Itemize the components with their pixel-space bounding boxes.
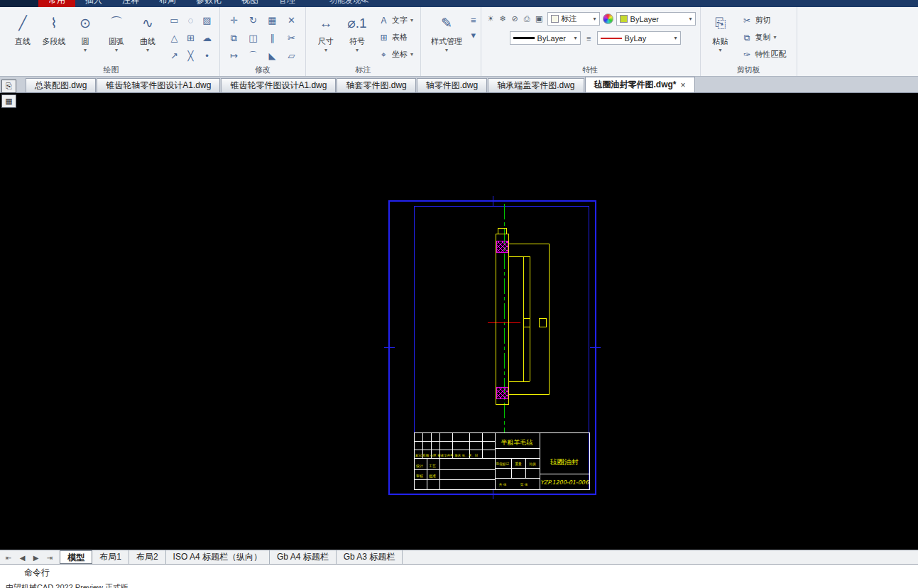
symbol-tool-button[interactable]: ⌀.1 符号 ▾ — [341, 9, 373, 63]
ribbon-tab[interactable]: 布局 — [149, 0, 186, 7]
spline-tool-button[interactable]: ∿ 曲线 ▾ — [132, 9, 163, 63]
document-tab[interactable]: 轴承端盖零件图.dwg — [488, 78, 584, 92]
part-geometry[interactable] — [496, 228, 549, 404]
document-tab[interactable]: 轴零件图.dwg — [417, 78, 487, 92]
chevron-down-icon: ▾ — [410, 17, 413, 24]
dimension-tool-button[interactable]: ↔ 尺寸 ▾ — [310, 9, 341, 63]
copy-tool-icon[interactable]: ⧉ — [224, 29, 244, 47]
check-label: 审核 — [416, 474, 423, 478]
layout-nav-arrow-icon[interactable]: ◀ — [17, 554, 28, 562]
offset-tool-icon[interactable]: ∥ — [263, 29, 282, 47]
app-menu-button[interactable] — [0, 0, 38, 7]
document-tab[interactable]: 毡圈油封零件图.dwg* × — [585, 77, 695, 92]
model-space-canvas[interactable]: ⎘ ▦ — [0, 93, 918, 550]
table-tool-button[interactable]: ⊞ 表格 — [376, 29, 416, 45]
layer-select[interactable]: 标注 ▾ — [547, 12, 600, 26]
sheets-label: 共 张 — [499, 483, 507, 486]
tool-label: 样式管理 — [431, 36, 462, 47]
region-tool-icon[interactable]: ⊞ — [182, 29, 199, 47]
status-message: 中望机械CAD 2022 Preview 正式版 — [6, 582, 129, 588]
tool-label: 表格 — [392, 32, 408, 43]
weight-label: 重量 — [515, 462, 523, 466]
chevron-down-icon: ▾ — [719, 47, 722, 54]
layout-nav-arrow-icon[interactable]: ⇤ — [3, 554, 14, 562]
layout-tab[interactable]: Gb A3 标题栏 — [337, 550, 403, 564]
document-tab[interactable]: 总装配图.dwg — [26, 78, 96, 92]
move-tool-icon[interactable]: ✛ — [224, 11, 244, 29]
view-grid-icon[interactable]: ▦ — [1, 94, 16, 108]
revision-cloud-tool-icon[interactable]: ☁ — [199, 29, 215, 47]
polyline-tool-button[interactable]: ⌇ 多段线 — [38, 9, 70, 63]
ray-tool-icon[interactable]: ↗ — [166, 47, 182, 65]
layout-tab[interactable]: 模型 — [60, 550, 92, 564]
cut-tool-button[interactable]: ✂ 剪切 — [739, 12, 792, 28]
layout-nav-arrow-icon[interactable]: ▶ — [31, 554, 42, 562]
layer-on-icon[interactable]: ☀ — [486, 14, 496, 23]
point-tool-icon[interactable]: • — [199, 47, 215, 65]
layer-lock-icon[interactable]: ⊘ — [510, 14, 520, 23]
ellipse-tool-icon[interactable]: ◌ — [182, 11, 199, 29]
hatch-tool-icon[interactable]: ▨ — [199, 11, 215, 29]
layout-nav-arrow-icon[interactable]: ⇥ — [44, 554, 55, 562]
chevron-down-icon[interactable]: ▾ — [471, 30, 476, 40]
ribbon-tab[interactable]: 插入 — [75, 0, 112, 7]
ribbon-tab[interactable]: 视图 — [231, 0, 268, 7]
command-line-label: 命令行 — [24, 567, 50, 579]
document-tab[interactable]: 轴套零件图.dwg — [337, 78, 415, 92]
layer-color-icon[interactable]: ▣ — [534, 14, 545, 23]
linetype-list-icon[interactable]: ≡ — [584, 34, 594, 43]
layer-plot-icon[interactable]: ⎙ — [522, 14, 532, 23]
arc-tool-button[interactable]: ⌒ 圆弧 ▾ — [101, 9, 132, 63]
line-tool-button[interactable]: ╱ 直线 — [7, 9, 38, 63]
scale-label: 比例 — [530, 462, 537, 467]
style-manager-icon: ✎ — [441, 12, 452, 35]
paste-button[interactable]: ⎘ 粘贴 ▾ — [705, 9, 736, 63]
ribbon-tab[interactable]: 注释 — [112, 0, 149, 7]
drawing-canvas[interactable]: 半粗羊毛毡 毡圈油封 YZP.1200-01-006 标记 处数 分区 更改文件… — [0, 93, 918, 550]
rotate-tool-icon[interactable]: ↻ — [244, 11, 263, 29]
material-text: 半粗羊毛毡 — [501, 439, 533, 446]
close-icon[interactable]: × — [681, 80, 686, 90]
scale-tool-icon[interactable]: ▱ — [282, 47, 301, 65]
color-select[interactable]: ByLayer ▾ — [616, 12, 696, 26]
ribbon-tab[interactable]: 常用 — [38, 0, 75, 7]
layout-tab[interactable]: 布局1 — [92, 550, 129, 564]
polygon-tool-icon[interactable]: △ — [166, 29, 182, 47]
fillet-tool-icon[interactable]: ⌒ — [244, 47, 263, 65]
sheet-set-icon[interactable]: ⎘ — [1, 80, 16, 93]
document-tab[interactable]: 锥齿轮零件图设计A1.dwg — [221, 78, 336, 92]
hatch-section-top — [496, 241, 508, 252]
style-manager-button[interactable]: ✎ 样式管理 ▾ — [425, 9, 468, 63]
array-tool-icon[interactable]: ▦ — [263, 11, 282, 29]
tool-label: 复制 — [755, 32, 771, 43]
layout-tab[interactable]: ISO A4 标题栏（纵向） — [166, 550, 270, 564]
color-wheel-icon[interactable] — [603, 13, 613, 24]
copy-tool-button[interactable]: ⧉ 复制 ▾ — [739, 29, 792, 45]
trim-tool-icon[interactable]: ✂ — [282, 29, 301, 47]
layer-freeze-icon[interactable]: ❄ — [498, 14, 508, 23]
style-list-icon[interactable]: ≡ — [471, 15, 476, 26]
document-tab[interactable]: 锥齿轮轴零件图设计A1.dwg — [97, 78, 220, 92]
ribbon-tab[interactable]: 管理 — [268, 0, 305, 7]
document-tab-label: 毡圈油封零件图.dwg* — [594, 79, 677, 91]
front-view-ring — [496, 234, 508, 404]
circle-tool-button[interactable]: ⊙ 圆 ▾ — [70, 9, 101, 63]
extend-tool-icon[interactable]: ↦ — [224, 47, 244, 65]
feature-discovery-link[interactable]: 功能发现≪ — [329, 0, 369, 7]
erase-tool-icon[interactable]: ✕ — [282, 11, 301, 29]
ribbon-tab[interactable]: 参数化 — [186, 0, 231, 7]
layout-tab[interactable]: Gb A4 标题栏 — [270, 550, 337, 564]
construction-line-tool-icon[interactable]: ╳ — [182, 47, 199, 65]
mirror-tool-icon[interactable]: ◫ — [244, 29, 263, 47]
linetype-select[interactable]: ByLay ▾ — [597, 31, 681, 45]
coordinate-tool-button[interactable]: ⌖ 坐标 ▾ — [376, 46, 416, 62]
text-tool-button[interactable]: A 文字 ▾ — [376, 12, 416, 28]
ribbon-tab-bar: 常用 插入 注释 布局 参数化 视图 管理 功能发现≪ — [0, 0, 918, 7]
match-properties-tool-button[interactable]: ✑ 特性匹配 — [739, 46, 792, 62]
rectangle-tool-icon[interactable]: ▭ — [166, 11, 182, 29]
tool-label: 特性匹配 — [755, 49, 787, 60]
chamfer-tool-icon[interactable]: ◣ — [263, 47, 282, 65]
command-line[interactable]: 命令行 — [0, 564, 918, 580]
layout-tab[interactable]: 布局2 — [129, 550, 166, 564]
lineweight-select[interactable]: ByLayer ▾ — [510, 31, 581, 45]
